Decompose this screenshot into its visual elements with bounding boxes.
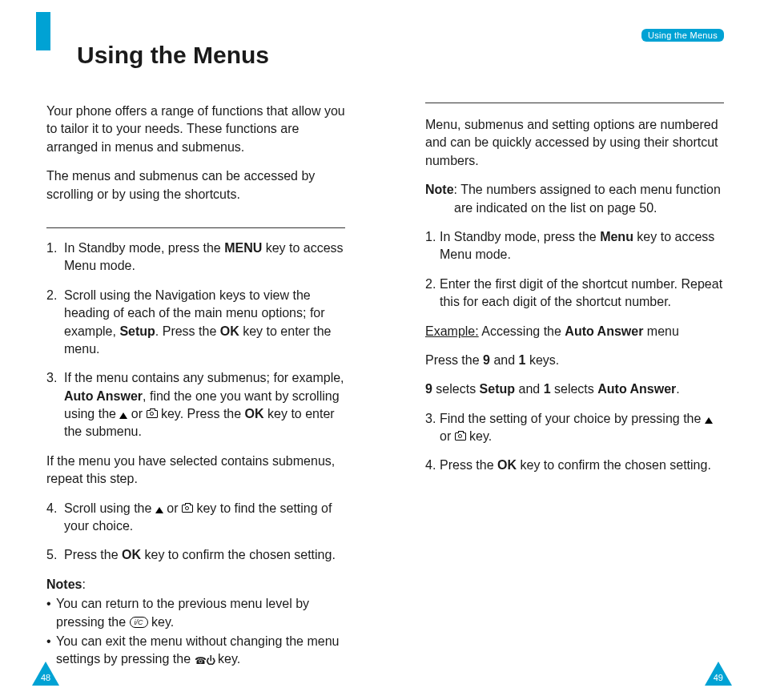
up-arrow-icon xyxy=(119,412,127,419)
header-pill: Using the Menus xyxy=(641,29,724,42)
notes-heading: Notes: xyxy=(46,576,345,593)
divider xyxy=(46,227,345,228)
intro-paragraph: The menus and submenus can be accessed b… xyxy=(46,167,345,203)
divider xyxy=(425,103,724,103)
example-select: 9 selects Setup and 1 selects Auto Answe… xyxy=(425,380,724,398)
end-power-key-icon: ☎⏻ xyxy=(195,654,215,668)
note-item: • You can return to the previous menu le… xyxy=(46,595,345,631)
page-number-left: 48 xyxy=(41,673,50,682)
camera-key-icon xyxy=(182,505,193,513)
camera-key-icon xyxy=(455,432,466,441)
example-line: Example: Accessing the Auto Answer menu xyxy=(425,323,724,340)
intro-paragraph: Your phone offers a range of functions t… xyxy=(46,103,345,156)
note-item: • You can exit the menu without changing… xyxy=(46,633,345,669)
step-4: 4. Press the OK key to confirm the chose… xyxy=(425,457,724,474)
up-arrow-icon xyxy=(155,507,163,513)
step-3-sub: If the menu you have selected contains s… xyxy=(46,453,345,489)
section-tab xyxy=(36,12,50,50)
page-title: Using the Menus xyxy=(77,42,269,69)
step-5: 5. Press the OK key to confirm the chose… xyxy=(46,546,345,564)
step-2: 2. Scroll using the Navigation keys to v… xyxy=(46,287,345,359)
step-3: 3. If the menu contains any submenus; fo… xyxy=(46,369,345,441)
step-1: 1. In Standby mode, press the MENU key t… xyxy=(46,239,345,276)
step-1: 1. In Standby mode, press the Menu key t… xyxy=(425,228,724,264)
step-4: 4. Scroll using the or key to find the s… xyxy=(46,500,345,536)
step-3: 3. Find the setting of your choice by pr… xyxy=(425,410,724,446)
step-2: 2. Enter the first digit of the shortcut… xyxy=(425,276,724,312)
example-press: Press the 9 and 1 keys. xyxy=(425,352,724,369)
page-number-right: 49 xyxy=(714,673,723,682)
right-column: Menu, submenus and setting options are n… xyxy=(425,103,724,670)
note-block: Note: The numbers assigned to each menu … xyxy=(425,181,724,217)
up-arrow-icon xyxy=(705,417,713,424)
content-columns: Your phone offers a range of functions t… xyxy=(46,103,724,670)
cancel-key-icon: i/C xyxy=(130,617,148,628)
intro-paragraph: Menu, submenus and setting options are n… xyxy=(425,116,724,170)
camera-key-icon xyxy=(147,410,158,418)
left-column: Your phone offers a range of functions t… xyxy=(46,103,345,670)
manual-spread: Using the Menus Using the Menus Your pho… xyxy=(0,0,764,700)
